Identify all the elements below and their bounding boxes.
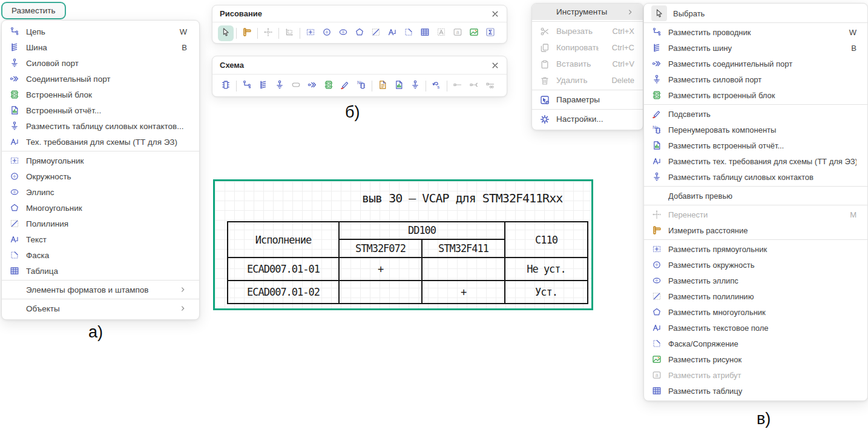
document-icon-button[interactable] — [375, 78, 390, 94]
rectangle-icon-button[interactable] — [303, 25, 318, 41]
image-icon-button[interactable] — [466, 25, 482, 41]
menu-item[interactable]: Разместить эллипс — [644, 273, 867, 288]
menu-item[interactable]: Разместить встроенный блок — [644, 87, 867, 103]
connection-port-icon-button[interactable] — [304, 78, 320, 94]
menu-item[interactable]: Прямоугольник — [2, 153, 199, 168]
measure-icon — [242, 27, 252, 40]
menu-item[interactable]: Добавить превью — [644, 188, 867, 204]
circle-icon-button[interactable] — [319, 25, 335, 41]
polyline-icon-button[interactable] — [368, 25, 384, 41]
menu-item[interactable]: Разместить полилинию — [644, 288, 867, 304]
menu-item[interactable]: Разместить таблицу силовых контактов... — [2, 118, 199, 134]
menu-item[interactable]: Соединительный порт — [2, 71, 199, 87]
move-icon — [263, 27, 274, 40]
table-cell: ECAD007.01-02 — [228, 281, 339, 304]
embedded-block-icon-button[interactable] — [321, 78, 337, 94]
no-icon — [539, 7, 550, 18]
transform-icon-button[interactable] — [281, 25, 297, 41]
polygon-icon-button[interactable] — [352, 25, 367, 41]
menu-item[interactable]: ЦепьW — [2, 24, 199, 39]
menu-item[interactable]: Встроенный блок — [2, 87, 199, 102]
place-button-label: Разместить — [12, 6, 56, 15]
menu-item[interactable]: ВставитьCtrl+V — [532, 56, 643, 72]
menu-item[interactable]: Параметры — [532, 91, 643, 108]
sheet-symbol-icon-button[interactable]: s — [429, 78, 444, 94]
move-icon-button[interactable] — [260, 25, 276, 41]
menu-item-label: Подсветить — [668, 110, 856, 119]
image-icon — [469, 27, 479, 40]
menu-item[interactable]: aРазместить атрибут — [644, 367, 867, 383]
pin-icon-button[interactable] — [450, 78, 465, 94]
menu-item[interactable]: Разместить таблицу силовых контактов — [644, 169, 867, 185]
menu-item[interactable]: Разместить проводникW — [644, 24, 867, 40]
menu-item[interactable]: Разместить текстовое поле — [644, 320, 867, 336]
menu-item[interactable]: Разместить прямоугольник — [644, 241, 867, 257]
menu-item-label: Фаска/Сопряжение — [668, 339, 856, 348]
menu-item[interactable]: Объекты — [2, 301, 199, 316]
menu-item[interactable]: Элементы форматов и штампов — [2, 282, 199, 297]
drawing-preview[interactable]: выв 30 – VCAP для STM32F411Rxx Исполнени… — [213, 179, 593, 310]
menu-item[interactable]: Разместить таблицу — [644, 383, 867, 399]
embedded-report-icon — [651, 140, 662, 151]
menu-item[interactable]: Настройки... — [532, 111, 643, 127]
menu-item[interactable]: Тех. требования для схемы (ТТ для ЭЗ) — [2, 134, 199, 150]
menu-item[interactable]: Эллипс — [2, 184, 199, 200]
menu-item[interactable]: Разместить рисунок — [644, 351, 867, 367]
pin-bus-icon-button[interactable] — [482, 78, 498, 94]
menu-item[interactable]: Выбрать — [644, 5, 867, 21]
menu-item[interactable]: Подсветить — [644, 106, 867, 122]
menu-item[interactable]: Инструменты — [532, 4, 643, 20]
table-icon-button[interactable] — [417, 25, 433, 41]
renumber-icon-button[interactable]: № — [353, 78, 369, 94]
menu-item[interactable]: КопироватьCtrl+C — [532, 39, 643, 56]
menu-item[interactable]: ВырезатьCtrl+X — [532, 23, 643, 39]
ellipse-icon-button[interactable] — [335, 25, 351, 41]
text-icon-button[interactable] — [384, 25, 400, 41]
menu-item[interactable]: Встроенный отчёт... — [2, 102, 199, 118]
attribute-icon-button[interactable] — [433, 25, 449, 41]
menu-item[interactable]: Разместить силовой порт — [644, 71, 867, 87]
close-icon[interactable] — [490, 8, 501, 19]
place-button[interactable]: Разместить — [1, 2, 66, 19]
power-contacts-table-icon-button[interactable] — [407, 78, 423, 94]
embedded-report-icon-button[interactable] — [391, 78, 407, 94]
pin-function-icon-button[interactable] — [466, 78, 482, 94]
measure-icon-button[interactable] — [239, 25, 255, 41]
menu-item[interactable]: Силовой порт — [2, 55, 199, 71]
menu-item[interactable]: Таблица — [2, 263, 199, 279]
chamfer-icon-button[interactable] — [401, 25, 416, 41]
net-label-icon — [291, 79, 301, 93]
menu-item[interactable]: Фаска/Сопряжение — [644, 336, 867, 351]
menu-item[interactable]: №Перенумеровать компоненты — [644, 122, 867, 138]
polyline-icon — [9, 218, 20, 229]
toolbar-separator — [447, 81, 447, 91]
highlight-icon-button[interactable] — [337, 78, 353, 94]
formula-icon-button[interactable] — [482, 25, 498, 41]
menu-item[interactable]: Полилиния — [2, 216, 199, 231]
menu-item[interactable]: ШинаB — [2, 39, 199, 55]
component-icon-button[interactable] — [218, 78, 234, 94]
menu-item[interactable]: Разместить тех. требования для схемы (ТТ… — [644, 153, 867, 169]
menu-item[interactable]: УдалитьDelete — [532, 72, 643, 88]
menu-item[interactable]: Разместить многоугольник — [644, 304, 867, 320]
menu-item[interactable]: Окружность — [2, 168, 199, 184]
wire-icon-button[interactable] — [239, 78, 255, 94]
power-port-icon-button[interactable] — [272, 78, 288, 94]
menu-separator — [532, 90, 643, 90]
svg-text:a: a — [456, 29, 459, 35]
table-row: ECAD007.01-02+Уст. — [228, 281, 588, 304]
attribute-bubble-icon-button[interactable]: a — [450, 25, 465, 41]
menu-item[interactable]: Измерить расстояние — [644, 222, 867, 238]
menu-item[interactable]: Текст — [2, 231, 199, 247]
menu-item[interactable]: Разместить соединительный порт — [644, 56, 867, 71]
menu-item[interactable]: Многоугольник — [2, 200, 199, 216]
menu-item[interactable]: Разместить встроенный отчёт... — [644, 138, 867, 153]
cursor-icon-button[interactable] — [218, 25, 234, 41]
menu-item[interactable]: Разместить окружность — [644, 257, 867, 273]
close-icon[interactable] — [490, 60, 501, 71]
menu-item[interactable]: ПеренестиM — [644, 207, 867, 222]
menu-item[interactable]: Разместить шинуB — [644, 40, 867, 56]
bus-icon-button[interactable] — [255, 78, 271, 94]
net-label-icon-button[interactable] — [288, 78, 304, 94]
menu-item[interactable]: Фаска — [2, 247, 199, 263]
